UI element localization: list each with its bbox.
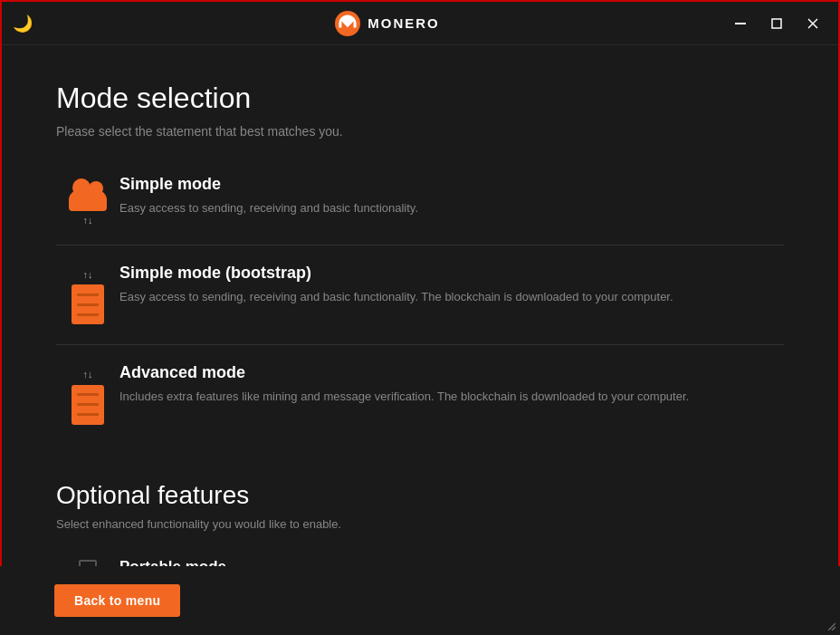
monero-logo-icon (335, 11, 360, 36)
minimize-button[interactable] (726, 11, 755, 36)
advanced-mode-title: Advanced mode (119, 363, 784, 382)
bootstrap-mode-item[interactable]: ↑↓ Simple mode (bootstrap) Easy access t… (56, 245, 784, 345)
bottom-bar: Back to menu (0, 566, 840, 635)
advanced-mode-icon-wrapper: ↑↓ (56, 363, 119, 426)
back-to-menu-button[interactable]: Back to menu (54, 584, 180, 617)
cloud-icon (66, 178, 110, 211)
title-bar-left: 🌙 (13, 14, 49, 34)
simple-mode-icon-wrapper: ↑↓ (56, 175, 119, 226)
bootstrap-mode-icon-wrapper: ↑↓ (56, 264, 119, 326)
svg-rect-2 (772, 19, 781, 28)
simple-mode-info: Simple mode Easy access to sending, rece… (119, 175, 784, 217)
simple-mode-item[interactable]: ↑↓ Simple mode Easy access to sending, r… (56, 166, 784, 245)
resize-handle-icon[interactable] (824, 619, 836, 631)
simple-mode-desc: Easy access to sending, receiving and ba… (119, 199, 784, 217)
title-bar-center: MONERO (335, 11, 440, 36)
bootstrap-mode-title: Simple mode (bootstrap) (119, 264, 784, 283)
content-area: Mode selection Please select the stateme… (2, 45, 838, 635)
transfer-arrows-bootstrap-icon: ↑↓ (83, 269, 93, 281)
advanced-mode-desc: Includes extra features like mining and … (119, 388, 784, 406)
mode-list: ↑↓ Simple mode Easy access to sending, r… (56, 166, 784, 445)
svg-rect-1 (735, 23, 746, 24)
page-title: Mode selection (56, 82, 784, 115)
close-button[interactable] (798, 11, 827, 36)
advanced-mode-item[interactable]: ↑↓ Advanced mode Includes extra features… (56, 345, 784, 444)
server-bootstrap-icon (72, 284, 104, 324)
transfer-arrows-icon: ↑↓ (83, 215, 93, 226)
transfer-arrows-advanced-icon: ↑↓ (83, 369, 93, 380)
app-title: MONERO (368, 15, 440, 31)
bootstrap-mode-info: Simple mode (bootstrap) Easy access to s… (119, 264, 784, 306)
server-advanced-icon (72, 385, 104, 425)
svg-line-6 (832, 627, 835, 630)
title-bar: 🌙 MONERO (2, 2, 838, 45)
moon-icon: 🌙 (13, 14, 33, 34)
maximize-button[interactable] (762, 11, 791, 36)
svg-line-5 (828, 623, 835, 630)
optional-features-subtitle: Select enhanced functionality you would … (56, 517, 784, 531)
bootstrap-mode-desc: Easy access to sending, receiving and ba… (119, 288, 784, 306)
advanced-mode-info: Advanced mode Includes extra features li… (119, 363, 784, 406)
main-content: Mode selection Please select the stateme… (2, 45, 838, 635)
simple-mode-title: Simple mode (119, 175, 784, 194)
title-bar-controls (726, 11, 827, 36)
optional-features-title: Optional features (56, 481, 784, 510)
page-subtitle: Please select the statement that best ma… (56, 124, 784, 139)
